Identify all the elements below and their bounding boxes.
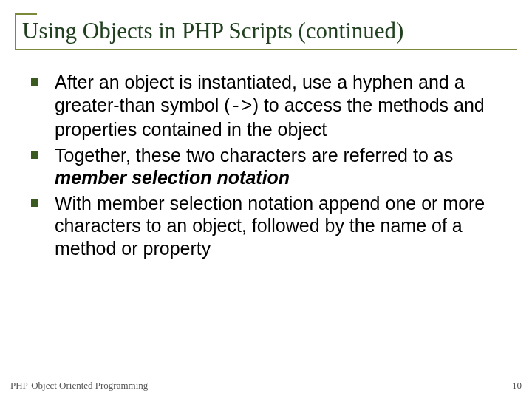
page-number: 10 <box>512 380 522 392</box>
bullet-text: With member selection notation append on… <box>55 193 485 259</box>
footer-left: PHP-Object Oriented Programming <box>10 380 148 392</box>
slide-title: Using Objects in PHP Scripts (continued) <box>15 13 517 50</box>
list-item: With member selection notation append on… <box>30 192 502 260</box>
bullet-text: Together, these two characters are refer… <box>55 145 453 166</box>
bullet-list: After an object is instantiated, use a h… <box>30 71 502 259</box>
title-rule-top <box>15 13 37 15</box>
title-block: Using Objects in PHP Scripts (continued) <box>15 13 517 50</box>
code-arrow: -> <box>231 96 253 117</box>
slide-body: After an object is instantiated, use a h… <box>30 71 502 262</box>
emphasis-term: member selection notation <box>55 167 290 188</box>
list-item: After an object is instantiated, use a h… <box>30 71 502 141</box>
slide: Using Objects in PHP Scripts (continued)… <box>0 0 532 399</box>
title-rule-left <box>15 13 16 50</box>
list-item: Together, these two characters are refer… <box>30 144 502 189</box>
